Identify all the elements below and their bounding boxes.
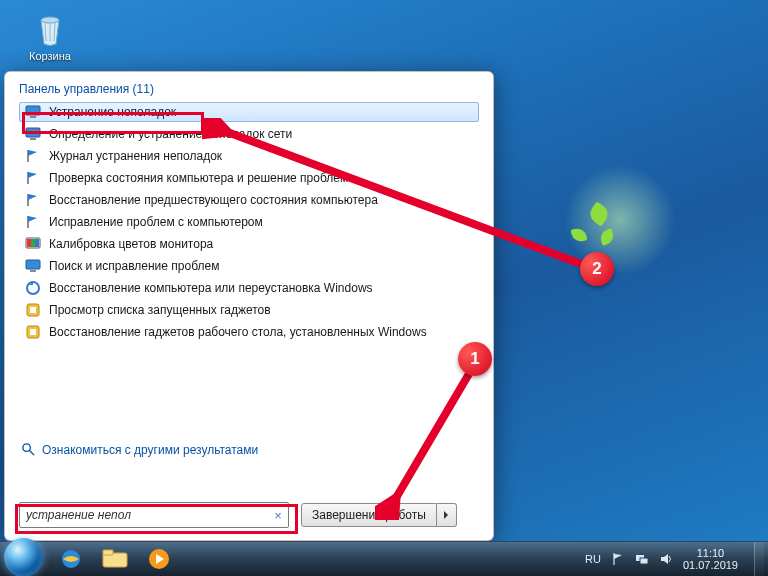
- monitor-icon: [25, 258, 41, 274]
- display-icon: [25, 236, 41, 252]
- search-result-item[interactable]: Устранение неполадок: [19, 102, 479, 122]
- recovery-icon: [25, 280, 41, 296]
- svg-point-16: [23, 444, 31, 452]
- taskbar-pin-ie[interactable]: [49, 545, 93, 573]
- search-result-label: Калибровка цветов монитора: [49, 237, 213, 251]
- wallpaper-leaf: [598, 228, 616, 246]
- svg-rect-7: [31, 239, 35, 247]
- taskbar-pin-explorer[interactable]: [93, 545, 137, 573]
- search-result-label: Определение и устранение неполадок сети: [49, 127, 292, 141]
- wallpaper-leaf: [586, 201, 611, 226]
- search-result-item[interactable]: Восстановление гаджетов рабочего стола, …: [19, 322, 479, 342]
- svg-rect-22: [103, 550, 113, 555]
- taskbar-clock[interactable]: 11:10 01.07.2019: [683, 547, 738, 571]
- search-result-item[interactable]: Исправление проблем с компьютером: [19, 212, 479, 232]
- search-result-item[interactable]: Восстановление компьютера или переустано…: [19, 278, 479, 298]
- flag-icon: [25, 192, 41, 208]
- gadget-icon: [25, 302, 41, 318]
- wallpaper-leaf: [570, 226, 587, 243]
- svg-rect-2: [30, 116, 36, 118]
- start-menu: Панель управления (11) Устранение непола…: [4, 71, 494, 541]
- recycle-bin-icon: [30, 8, 70, 48]
- clear-search-icon[interactable]: ×: [268, 508, 288, 523]
- svg-line-17: [29, 450, 34, 455]
- taskbar: RU 11:10 01.07.2019: [0, 541, 768, 576]
- show-desktop-button[interactable]: [754, 542, 764, 577]
- svg-rect-9: [26, 260, 40, 269]
- search-result-label: Устранение неполадок: [49, 105, 176, 119]
- clock-time: 11:10: [683, 547, 738, 559]
- action-center-icon[interactable]: [611, 552, 625, 566]
- see-more-results-label: Ознакомиться с другими результатами: [42, 443, 258, 457]
- svg-rect-6: [27, 239, 31, 247]
- svg-rect-25: [640, 558, 648, 564]
- search-result-item[interactable]: Восстановление предшествующего состояния…: [19, 190, 479, 210]
- system-tray: RU 11:10 01.07.2019: [585, 542, 764, 577]
- volume-icon[interactable]: [659, 552, 673, 566]
- monitor-icon: [25, 126, 41, 142]
- svg-point-0: [41, 17, 59, 23]
- search-result-label: Поиск и исправление проблем: [49, 259, 219, 273]
- search-result-item[interactable]: Поиск и исправление проблем: [19, 256, 479, 276]
- gadget-icon: [25, 324, 41, 340]
- svg-rect-8: [35, 239, 39, 247]
- svg-rect-1: [26, 106, 40, 115]
- shutdown-options-arrow[interactable]: [437, 503, 457, 527]
- recycle-bin-label: Корзина: [20, 50, 80, 62]
- shutdown-button[interactable]: Завершение работы: [301, 503, 437, 527]
- monitor-icon: [25, 104, 41, 120]
- search-category-heading: Панель управления (11): [19, 82, 479, 96]
- search-result-label: Восстановление предшествующего состояния…: [49, 193, 378, 207]
- search-result-label: Исправление проблем с компьютером: [49, 215, 263, 229]
- svg-rect-3: [26, 128, 40, 137]
- search-result-item[interactable]: Определение и устранение неполадок сети: [19, 124, 479, 144]
- search-input[interactable]: [20, 508, 268, 522]
- svg-rect-4: [30, 138, 36, 140]
- start-button[interactable]: [4, 538, 43, 577]
- chevron-right-icon: [442, 511, 450, 519]
- search-result-item[interactable]: Просмотр списка запущенных гаджетов: [19, 300, 479, 320]
- search-result-label: Восстановление гаджетов рабочего стола, …: [49, 325, 427, 339]
- annotation-bubble-2: 2: [580, 252, 614, 286]
- flag-icon: [25, 148, 41, 164]
- svg-rect-15: [30, 329, 36, 335]
- search-result-label: Проверка состояния компьютера и решение …: [49, 171, 348, 185]
- svg-rect-13: [30, 307, 36, 313]
- search-result-label: Просмотр списка запущенных гаджетов: [49, 303, 271, 317]
- network-icon[interactable]: [635, 552, 649, 566]
- desktop-icon-recycle-bin[interactable]: Корзина: [20, 8, 80, 62]
- search-result-item[interactable]: Проверка состояния компьютера и решение …: [19, 168, 479, 188]
- flag-icon: [25, 170, 41, 186]
- search-result-item[interactable]: Журнал устранения неполадок: [19, 146, 479, 166]
- flag-icon: [25, 214, 41, 230]
- taskbar-pin-mediaplayer[interactable]: [137, 545, 181, 573]
- see-more-results-link[interactable]: Ознакомиться с другими результатами: [21, 442, 479, 457]
- annotation-bubble-1: 1: [458, 342, 492, 376]
- search-icon: [21, 442, 36, 457]
- start-menu-footer: × Завершение работы: [5, 492, 493, 540]
- search-result-label: Восстановление компьютера или переустано…: [49, 281, 373, 295]
- clock-date: 01.07.2019: [683, 559, 738, 571]
- language-indicator[interactable]: RU: [585, 553, 601, 565]
- search-result-item[interactable]: Калибровка цветов монитора: [19, 234, 479, 254]
- wallpaper-glow: [560, 160, 680, 280]
- search-input-wrap: ×: [19, 502, 289, 528]
- svg-rect-10: [30, 270, 36, 272]
- search-result-label: Журнал устранения неполадок: [49, 149, 222, 163]
